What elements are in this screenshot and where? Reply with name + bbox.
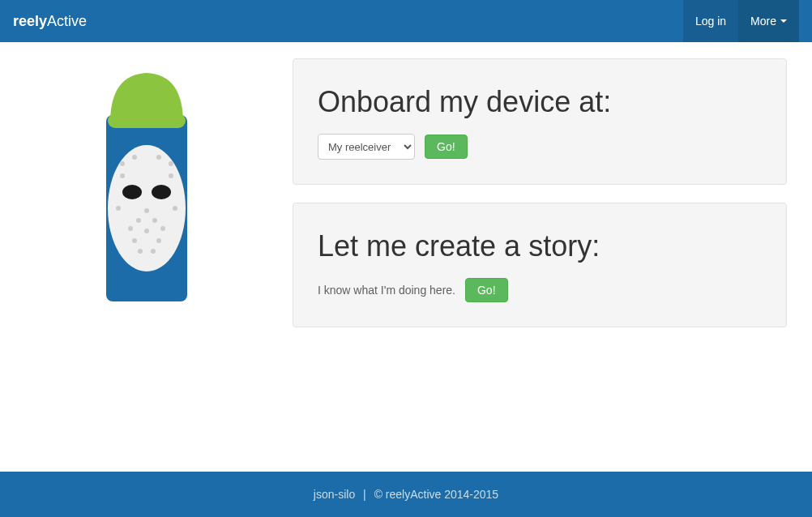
svg-point-11	[116, 206, 121, 211]
brand-bold: reely	[13, 13, 47, 29]
mascot-column	[25, 58, 268, 327]
more-label: More	[750, 15, 776, 28]
svg-point-17	[144, 229, 149, 233]
svg-point-6	[132, 155, 137, 160]
footer-separator: |	[363, 488, 366, 501]
story-panel: Let me create a story: I know what I'm d…	[293, 203, 787, 327]
navbar: reelyActive Log in More	[0, 0, 812, 42]
svg-point-21	[138, 249, 143, 254]
chevron-down-icon	[780, 19, 787, 23]
login-label: Log in	[695, 15, 726, 28]
svg-point-15	[152, 218, 157, 223]
reelceiver-select[interactable]: My reelceiver	[318, 134, 415, 160]
footer: json-silo | © reelyActive 2014-2015	[0, 472, 812, 517]
svg-point-3	[122, 185, 142, 199]
svg-point-20	[156, 238, 161, 243]
onboard-go-button[interactable]: Go!	[425, 135, 468, 159]
login-link[interactable]: Log in	[683, 0, 738, 42]
onboard-body: My reelceiver Go!	[318, 134, 762, 160]
svg-point-18	[160, 226, 165, 231]
svg-rect-1	[108, 113, 186, 128]
svg-point-9	[120, 173, 125, 178]
story-body: I know what I'm doing here. Go!	[318, 278, 762, 302]
panels-column: Onboard my device at: My reelceiver Go! …	[293, 58, 787, 327]
more-dropdown[interactable]: More	[738, 0, 799, 42]
svg-point-4	[152, 185, 171, 199]
svg-point-22	[151, 249, 156, 254]
onboard-panel: Onboard my device at: My reelceiver Go!	[293, 58, 787, 185]
svg-point-16	[128, 226, 133, 231]
svg-point-7	[156, 155, 161, 160]
brand-rest: Active	[47, 13, 87, 29]
mascot-icon	[90, 66, 203, 301]
svg-point-19	[132, 238, 137, 243]
svg-point-8	[169, 161, 173, 166]
main-container: Onboard my device at: My reelceiver Go! …	[13, 42, 799, 327]
svg-point-14	[136, 218, 141, 223]
navbar-right: Log in More	[683, 0, 799, 42]
story-go-button[interactable]: Go!	[465, 278, 508, 302]
svg-point-13	[144, 208, 149, 213]
footer-left[interactable]: json-silo	[314, 488, 355, 501]
svg-point-10	[169, 173, 173, 178]
svg-point-5	[120, 161, 125, 166]
svg-point-12	[173, 206, 177, 211]
onboard-title: Onboard my device at:	[318, 85, 762, 119]
story-title: Let me create a story:	[318, 229, 762, 263]
brand[interactable]: reelyActive	[13, 13, 87, 30]
story-text: I know what I'm doing here.	[318, 284, 455, 297]
footer-right: © reelyActive 2014-2015	[374, 488, 499, 501]
